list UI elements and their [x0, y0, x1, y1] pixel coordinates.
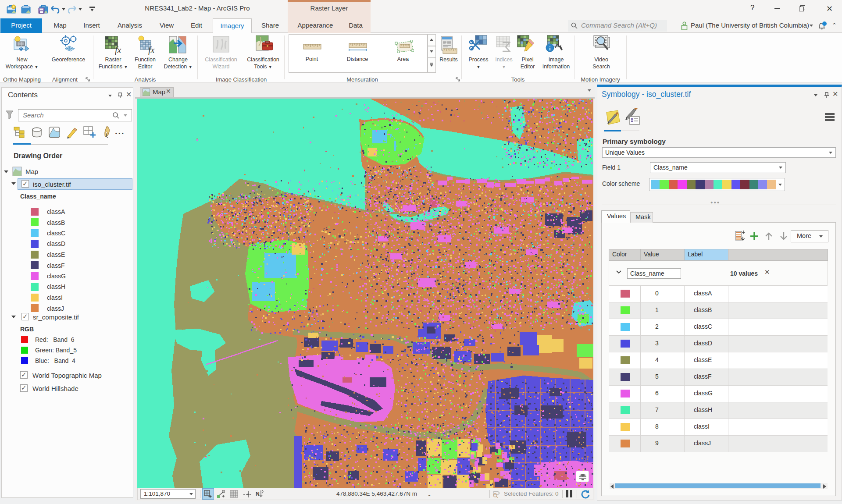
svg-text:fx: fx	[148, 45, 155, 55]
svg-text:fx: fx	[115, 45, 121, 55]
svg-text:N: N	[256, 491, 260, 497]
svg-text:i: i	[549, 45, 551, 52]
